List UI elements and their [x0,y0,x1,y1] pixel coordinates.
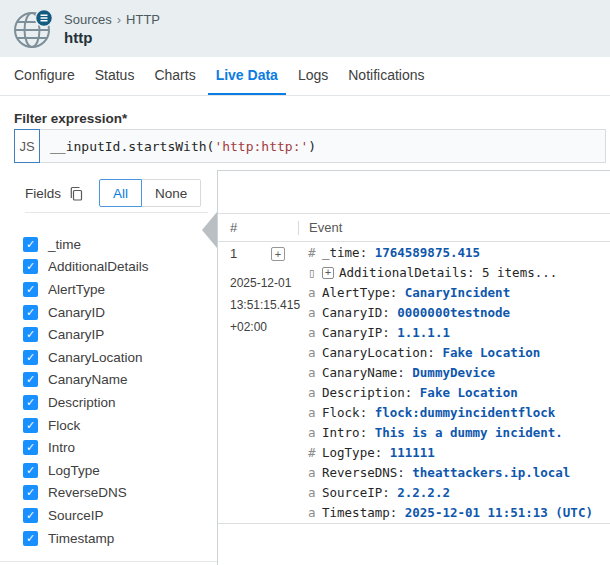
event-key: CanaryID: [322,303,397,323]
event-value: 2025-12-01 11:51:13 (UTC) [405,503,593,523]
expand-event-icon[interactable]: + [271,247,285,261]
field-row-Intro[interactable]: ✓Intro [23,436,208,459]
fields-title: Fields [25,186,61,201]
field-row-ReverseDNS[interactable]: ✓ReverseDNS [23,482,208,505]
type-string-icon: a [308,423,322,443]
event-field-CanaryID: aCanaryID: 0000000testnode [308,303,610,323]
field-label: LogType [48,463,100,478]
field-checkbox[interactable]: ✓ [23,395,38,410]
field-row-AdditionalDetails[interactable]: ✓AdditionalDetails [23,256,208,279]
tab-logs[interactable]: Logs [290,57,336,95]
type-string-icon: a [308,303,322,323]
js-language-badge: JS [14,129,40,163]
type-string-icon: a [308,343,322,363]
event-row: 1 + 2025-12-0113:51:15.415+02:00 #_time:… [218,242,610,524]
event-key: LogType: [322,443,390,463]
field-label: ReverseDNS [48,485,127,500]
breadcrumb: Sources›HTTP [64,12,160,27]
page-title: http [64,29,160,46]
field-label: CanaryIP [48,327,104,342]
event-value: CanaryIncident [405,283,510,303]
tab-status[interactable]: Status [87,57,143,95]
fields-header: Fields All None [25,178,201,208]
event-key: _time: [322,243,375,263]
event-field-LogType: #LogType: 111111 [308,443,610,463]
event-field-Description: aDescription: Fake Location [308,383,610,403]
tab-live-data[interactable]: Live Data [208,57,286,95]
event-local-time: +02:00 [230,316,300,338]
type-string-icon: a [308,403,322,423]
column-header-event: Event [299,220,342,235]
breadcrumb-item[interactable]: Sources [64,12,112,27]
field-row-CanaryLocation[interactable]: ✓CanaryLocation [23,346,208,369]
event-key: Flock: [322,403,375,423]
field-checkbox[interactable]: ✓ [23,485,38,500]
field-row-CanaryID[interactable]: ✓CanaryID [23,301,208,324]
live-data-page: Sources›HTTP http ConfigureStatusChartsL… [0,0,610,565]
field-row-_time[interactable]: ✓_time [23,233,208,256]
http-source-globe-icon [12,8,54,50]
field-label: Flock [48,418,80,433]
tab-notifications[interactable]: Notifications [340,57,432,95]
event-field-AlertType: aAlertType: CanaryIncident [308,283,610,303]
tab-bar: ConfigureStatusChartsLive DataLogsNotifi… [0,57,610,96]
event-field-ReverseDNS: aReverseDNS: theattackers.ip.local [308,463,610,483]
event-value: 111111 [390,443,435,463]
event-field-Intro: aIntro: This is a dummy incident. [308,423,610,443]
event-key: Description: [322,383,420,403]
field-checkbox[interactable]: ✓ [23,463,38,478]
field-row-CanaryName[interactable]: ✓CanaryName [23,369,208,392]
field-checkbox[interactable]: ✓ [23,508,38,523]
tab-configure[interactable]: Configure [6,57,83,95]
event-toolbar [218,171,610,214]
expand-field-icon[interactable]: + [322,267,334,279]
type-string-icon: a [308,363,322,383]
field-checkbox[interactable]: ✓ [23,282,38,297]
field-row-Description[interactable]: ✓Description [23,391,208,414]
event-value: 5 items... [482,263,557,283]
event-value: theattackers.ip.local [412,463,570,483]
event-key: Timestamp: [322,503,405,523]
event-fields-cell: #_time: 1764589875.415▯+AdditionalDetail… [298,242,610,523]
copy-fields-icon[interactable] [69,186,83,201]
field-row-CanaryIP[interactable]: ✓CanaryIP [23,323,208,346]
type-string-icon: a [308,383,322,403]
event-field-Timestamp: aTimestamp: 2025-12-01 11:51:13 (UTC) [308,503,610,523]
field-row-Flock[interactable]: ✓Flock [23,414,208,437]
type-string-icon: a [308,463,322,483]
event-key: AdditionalDetails: [339,263,482,283]
field-checkbox[interactable]: ✓ [23,350,38,365]
page-header: Sources›HTTP http [0,0,610,57]
event-index-cell: 1 + 2025-12-0113:51:15.415+02:00 [218,242,298,523]
field-row-AlertType[interactable]: ✓AlertType [23,278,208,301]
field-label: Intro [48,440,75,455]
field-row-LogType[interactable]: ✓LogType [23,459,208,482]
select-all-fields-button[interactable]: All [99,179,142,207]
field-checkbox[interactable]: ✓ [23,259,38,274]
field-label: AlertType [48,282,105,297]
breadcrumb-item[interactable]: HTTP [126,12,160,27]
field-checkbox[interactable]: ✓ [23,372,38,387]
tab-charts[interactable]: Charts [146,57,203,95]
event-local-time: 2025-12-01 [230,272,300,294]
field-label: Description [48,395,116,410]
field-checkbox[interactable]: ✓ [23,531,38,546]
select-none-fields-button[interactable]: None [142,179,201,207]
field-checkbox[interactable]: ✓ [23,440,38,455]
type-string-icon: a [308,283,322,303]
fields-panel-bottom-border [0,561,218,562]
field-checkbox[interactable]: ✓ [23,327,38,342]
event-field-CanaryName: aCanaryName: DummyDevice [308,363,610,383]
field-checkbox[interactable]: ✓ [23,237,38,252]
field-label: AdditionalDetails [48,259,149,274]
event-value: This is a dummy incident. [375,423,563,443]
filter-expression-input[interactable]: __inputId.startsWith('http:http:') [39,129,606,163]
field-row-Timestamp[interactable]: ✓Timestamp [23,527,208,550]
type-number-icon: # [308,443,322,463]
field-row-SourceIP[interactable]: ✓SourceIP [23,504,208,527]
field-checkbox[interactable]: ✓ [23,305,38,320]
filter-code-string: 'http:http:' [214,139,308,154]
breadcrumb-separator: › [117,12,121,27]
field-checkbox[interactable]: ✓ [23,418,38,433]
event-value: Fake Location [420,383,518,403]
